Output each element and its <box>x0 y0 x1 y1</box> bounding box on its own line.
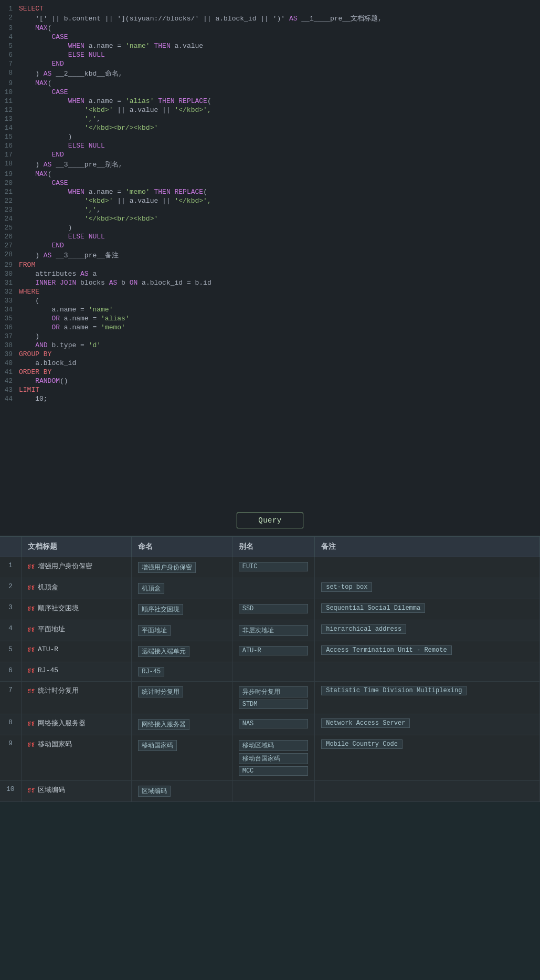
line-number: 19 <box>0 170 19 179</box>
code-token: NULL <box>89 233 105 241</box>
line-number: 25 <box>0 223 19 232</box>
code-token: ) <box>19 332 39 340</box>
alias-badge: STDM <box>239 700 308 709</box>
line-content: ',', <box>19 114 540 123</box>
code-token: b <box>117 279 129 287</box>
code-token: a.name = <box>84 188 125 196</box>
query-button[interactable]: Query <box>237 513 303 528</box>
column-header: 命名 <box>132 537 232 557</box>
code-token: ) <box>19 133 72 141</box>
code-token: AS <box>80 270 89 278</box>
code-token: ) <box>19 252 44 259</box>
code-token: b.type = <box>48 341 89 349</box>
column-header: 别名 <box>232 537 314 557</box>
code-line: 29FROM <box>0 260 540 269</box>
line-content: ) <box>19 332 540 341</box>
code-token <box>19 33 51 41</box>
alias-cell: ATU-R <box>232 641 314 662</box>
code-line: 27 END <box>0 241 540 250</box>
code-token <box>171 188 175 196</box>
line-content: a.name = 'name' <box>19 305 540 314</box>
name-badge: 增强用户身份保密 <box>138 562 196 573</box>
line-number: 30 <box>0 269 19 278</box>
name-cell: 网络接入服务器 <box>132 714 232 735</box>
doc-title-text: RJ-45 <box>38 666 58 674</box>
code-token: AS <box>44 161 52 169</box>
doc-icon: ❡❡ <box>28 645 35 653</box>
code-line: 21 WHEN a.name = 'memo' THEN REPLACE( <box>0 187 540 196</box>
memo-badge: Sequential Social Dilemma <box>321 603 425 613</box>
line-content: AND b.type = 'd' <box>19 341 540 350</box>
code-token <box>19 215 84 223</box>
line-number: 3 <box>0 24 19 33</box>
alias-badge: ATU-R <box>239 646 308 655</box>
line-content: ORDER BY <box>19 368 540 377</box>
line-number: 29 <box>0 260 19 269</box>
code-token: '</kbd>', <box>174 106 211 114</box>
alias-cell: 非层次地址 <box>232 620 314 641</box>
code-token <box>84 233 89 241</box>
code-token: a.name = <box>84 42 125 50</box>
memo-badge: Mobile Country Code <box>321 739 403 749</box>
code-token <box>84 51 89 59</box>
name-cell: 移动国家码 <box>132 735 232 781</box>
line-content: ) AS __2____kbd__命名, <box>19 68 540 79</box>
code-token <box>19 115 84 123</box>
code-token <box>19 315 51 322</box>
line-content: MAX( <box>19 24 540 33</box>
name-badge: 机顶盒 <box>138 583 164 594</box>
memo-cell: Sequential Social Dilemma <box>315 599 540 620</box>
code-token: a.name = <box>60 315 101 322</box>
code-token: ELSE <box>68 51 84 59</box>
code-token: ( <box>48 79 52 87</box>
line-number: 27 <box>0 241 19 250</box>
doc-icon: ❡❡ <box>28 604 35 612</box>
doc-title-text: 增强用户身份保密 <box>38 561 92 571</box>
table-row: 7❡❡统计时分复用统计时分复用异步时分复用STDMStatistic Time … <box>0 682 540 714</box>
code-line: 37 ) <box>0 332 540 341</box>
code-line: 19 MAX( <box>0 170 540 179</box>
code-line: 8 ) AS __2____kbd__命名, <box>0 68 540 79</box>
column-header <box>0 537 21 557</box>
line-content: END <box>19 150 540 159</box>
code-token <box>19 197 84 205</box>
table-body: 1❡❡增强用户身份保密增强用户身份保密EUIC2❡❡机顶盒机顶盒set-top … <box>0 557 540 802</box>
code-line: 30 attributes AS a <box>0 269 540 278</box>
code-token: '<kbd>' <box>84 106 113 114</box>
line-content: END <box>19 241 540 250</box>
code-line: 40 a.block_id <box>0 359 540 368</box>
name-cell: 机顶盒 <box>132 578 232 599</box>
line-content: INNER JOIN blocks AS b ON a.block_id = b… <box>19 278 540 287</box>
code-line: 17 END <box>0 150 540 159</box>
code-token: __3____pre__别名, <box>51 161 122 169</box>
code-token: CASE <box>51 88 68 96</box>
line-number: 37 <box>0 332 19 341</box>
code-token: MAX <box>35 79 47 87</box>
code-line: 16 ELSE NULL <box>0 141 540 150</box>
column-header: 文档标题 <box>21 537 132 557</box>
code-line: 5 WHEN a.name = 'name' THEN a.value <box>0 41 540 50</box>
code-line: 39GROUP BY <box>0 350 540 359</box>
code-token: ( <box>203 188 207 196</box>
name-cell: 平面地址 <box>132 620 232 641</box>
line-content: ELSE NULL <box>19 50 540 59</box>
code-line: 4 CASE <box>0 33 540 41</box>
code-token <box>19 60 51 68</box>
doc-icon: ❡❡ <box>28 562 35 570</box>
code-token: || a.value || <box>113 197 174 205</box>
line-content: SELECT <box>19 4 540 13</box>
line-number: 28 <box>0 250 19 260</box>
line-content: END <box>19 59 540 68</box>
doc-icon: ❡❡ <box>28 741 35 748</box>
code-line: 10 CASE <box>0 88 540 97</box>
line-content: ) AS __3____pre__备注 <box>19 250 540 260</box>
line-content: OR a.name = 'memo' <box>19 323 540 332</box>
code-line: 36 OR a.name = 'memo' <box>0 323 540 332</box>
code-token <box>19 79 35 87</box>
memo-badge: Network Access Server <box>321 718 410 728</box>
line-content: ) AS __3____pre__别名, <box>19 159 540 170</box>
line-content: ) <box>19 132 540 141</box>
code-token <box>19 42 68 50</box>
line-number: 35 <box>0 314 19 323</box>
doc-title-cell: ❡❡RJ-45 <box>21 662 132 682</box>
